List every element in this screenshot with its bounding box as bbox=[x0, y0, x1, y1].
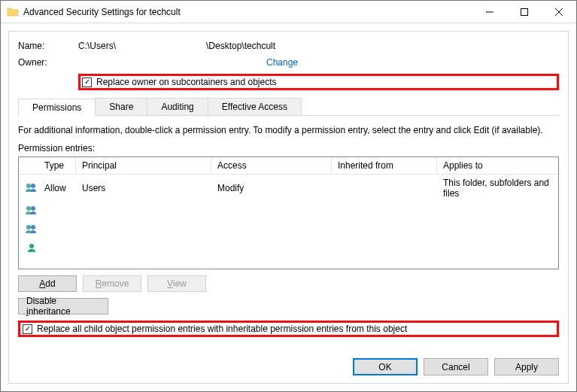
table-row[interactable] bbox=[19, 202, 558, 220]
path-part2: \Desktop\techcult bbox=[206, 41, 275, 51]
view-button: View bbox=[147, 275, 206, 292]
dialog-buttons: OK Cancel Apply bbox=[18, 351, 559, 375]
info-text: For additional information, double-click… bbox=[18, 125, 559, 135]
owner-row: Owner: Change bbox=[18, 57, 559, 68]
svg-point-5 bbox=[26, 225, 31, 229]
client-area: Name: C:\Users\ \Desktop\techcult Owner:… bbox=[1, 23, 576, 391]
svg-point-6 bbox=[31, 225, 35, 229]
cell-principal: Users bbox=[76, 181, 211, 195]
add-button[interactable]: Add bbox=[18, 275, 77, 292]
svg-point-7 bbox=[29, 244, 34, 248]
row-icon bbox=[19, 241, 38, 257]
folder-icon bbox=[7, 6, 19, 18]
permission-grid[interactable]: Type Principal Access Inherited from App… bbox=[18, 156, 559, 269]
panel: Name: C:\Users\ \Desktop\techcult Owner:… bbox=[8, 31, 569, 384]
users-icon bbox=[25, 205, 38, 215]
col-applies[interactable]: Applies to bbox=[437, 157, 558, 174]
name-label: Name: bbox=[18, 41, 78, 51]
table-row[interactable] bbox=[19, 220, 558, 239]
disable-inheritance-button[interactable]: Disable inheritance bbox=[18, 298, 108, 315]
path-gap bbox=[116, 41, 206, 51]
path-part1: C:\Users\ bbox=[78, 41, 116, 51]
svg-rect-0 bbox=[521, 8, 528, 15]
change-owner-link[interactable]: Change bbox=[266, 57, 298, 68]
window: Advanced Security Settings for techcult … bbox=[0, 0, 577, 392]
replace-owner-label: Replace owner on subcontainers and objec… bbox=[96, 77, 276, 87]
table-row[interactable]: Allow Users Modify This folder, subfolde… bbox=[19, 175, 558, 202]
window-buttons bbox=[472, 1, 576, 23]
replace-all-checkbox[interactable]: ✓ bbox=[23, 324, 32, 334]
titlebar: Advanced Security Settings for techcult bbox=[1, 1, 576, 23]
row-icon bbox=[19, 222, 38, 238]
window-title: Advanced Security Settings for techcult bbox=[23, 7, 472, 17]
cancel-button[interactable]: Cancel bbox=[424, 358, 488, 375]
tab-auditing[interactable]: Auditing bbox=[147, 98, 208, 115]
svg-point-4 bbox=[31, 206, 35, 211]
object-path: C:\Users\ \Desktop\techcult bbox=[78, 41, 275, 51]
users-icon bbox=[25, 223, 38, 234]
col-inherited[interactable]: Inherited from bbox=[332, 157, 437, 174]
grid-header: Type Principal Access Inherited from App… bbox=[19, 157, 558, 175]
tab-share[interactable]: Share bbox=[95, 98, 147, 115]
close-button[interactable] bbox=[542, 1, 576, 23]
user-icon bbox=[25, 242, 38, 253]
maximize-button[interactable] bbox=[507, 1, 542, 23]
col-principal[interactable]: Principal bbox=[76, 157, 211, 174]
svg-point-1 bbox=[26, 184, 31, 188]
cell-applies: This folder, subfolders and files bbox=[437, 176, 558, 200]
row-icon bbox=[19, 203, 38, 219]
replace-owner-checkbox[interactable]: ✓ bbox=[82, 77, 92, 87]
tab-bar: Permissions Share Auditing Effective Acc… bbox=[18, 98, 559, 116]
table-row[interactable] bbox=[19, 239, 558, 258]
col-access[interactable]: Access bbox=[211, 157, 332, 174]
svg-point-2 bbox=[31, 184, 35, 188]
owner-label: Owner: bbox=[18, 57, 78, 68]
replace-all-label: Replace all child object permission entr… bbox=[37, 324, 407, 334]
ok-button[interactable]: OK bbox=[353, 358, 418, 375]
remove-button: Remove bbox=[83, 275, 141, 292]
minimize-button[interactable] bbox=[472, 1, 507, 23]
cell-access: Modify bbox=[211, 181, 332, 195]
cell-type: Allow bbox=[38, 181, 76, 195]
name-row: Name: C:\Users\ \Desktop\techcult bbox=[18, 41, 559, 51]
entries-label: Permission entries: bbox=[18, 143, 559, 153]
cell-inherited bbox=[332, 187, 437, 190]
col-type[interactable]: Type bbox=[38, 157, 76, 174]
tab-effective-access[interactable]: Effective Access bbox=[208, 98, 302, 115]
row-icon bbox=[19, 181, 38, 196]
replace-owner-highlight: ✓ Replace owner on subcontainers and obj… bbox=[78, 74, 559, 90]
svg-point-3 bbox=[26, 206, 31, 211]
entry-buttons: Add Remove View bbox=[18, 275, 559, 292]
users-icon bbox=[25, 182, 38, 193]
apply-button[interactable]: Apply bbox=[494, 358, 559, 375]
tab-permissions[interactable]: Permissions bbox=[18, 99, 96, 116]
replace-all-highlight: ✓ Replace all child object permission en… bbox=[18, 321, 559, 337]
col-icon[interactable] bbox=[19, 157, 38, 174]
